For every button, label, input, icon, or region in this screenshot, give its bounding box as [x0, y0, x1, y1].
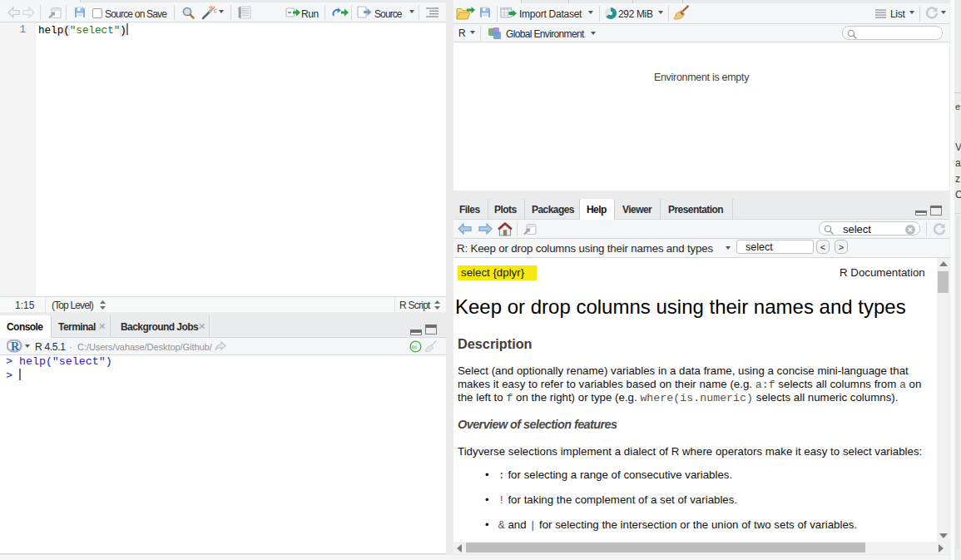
svg-text:∞: ∞: [412, 343, 417, 351]
svg-text:R: R: [11, 340, 20, 353]
